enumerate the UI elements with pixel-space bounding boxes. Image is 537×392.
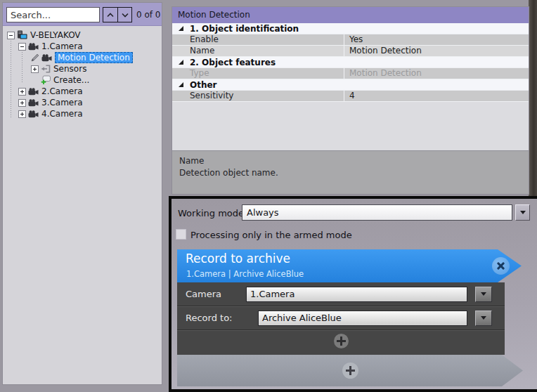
property-value[interactable]: 4 bbox=[344, 91, 529, 101]
rule-settings-panel: Working mode Always Processing only in t… bbox=[169, 196, 537, 392]
expander-minus-icon[interactable] bbox=[7, 32, 15, 39]
property-name: Sensitivity bbox=[172, 91, 344, 101]
chevron-down-icon bbox=[122, 13, 129, 18]
property-group-label: 1. Object identification bbox=[190, 24, 299, 34]
device-tree-panel: 0 of 0 V-BELYAKOV bbox=[2, 2, 162, 385]
camera-icon bbox=[28, 88, 39, 96]
tree-item-camera-3[interactable]: 3.Camera bbox=[3, 97, 162, 108]
collapse-triangle-icon[interactable] bbox=[179, 82, 183, 87]
property-value[interactable]: Motion Detection bbox=[344, 46, 529, 56]
camera-icon bbox=[28, 99, 39, 107]
working-mode-dropdown-button[interactable] bbox=[515, 204, 530, 221]
tree-item-sensors[interactable]: Sensors bbox=[3, 63, 162, 74]
create-plus-icon bbox=[41, 75, 51, 85]
property-name: Type bbox=[172, 68, 344, 79]
tree-item-label: 3.Camera bbox=[41, 98, 83, 107]
record-to-archive-banner: Record to archive 1.Camera | Archive Ali… bbox=[177, 249, 522, 282]
working-mode-combobox[interactable]: Always bbox=[242, 204, 512, 221]
dropdown-arrow-icon bbox=[481, 316, 486, 320]
record-to-combobox[interactable]: Archive AliceBlue bbox=[258, 311, 467, 326]
search-next-button[interactable] bbox=[117, 7, 132, 22]
expander-minus-icon[interactable] bbox=[18, 43, 26, 51]
action-settings-block: Camera 1.Camera Record to: Archive Alice… bbox=[177, 282, 505, 355]
search-prev-button[interactable] bbox=[103, 7, 117, 22]
tree-item-label: Sensors bbox=[53, 64, 86, 74]
camera-combobox[interactable]: 1.Camera bbox=[246, 287, 467, 302]
property-group-row[interactable]: 1. Object identification bbox=[172, 23, 529, 34]
property-row-name: Name Motion Detection bbox=[172, 46, 529, 57]
working-mode-label: Working mode bbox=[178, 208, 244, 218]
property-group-row[interactable]: 2. Object features bbox=[172, 57, 529, 68]
tree-item-label: V-BELYAKOV bbox=[30, 30, 81, 40]
device-tree: V-BELYAKOV 1.Camera bbox=[3, 26, 162, 384]
tree-item-camera-2[interactable]: 2.Camera bbox=[3, 86, 162, 97]
property-description-title: Name bbox=[179, 155, 522, 167]
tree-item-label: 2.Camera bbox=[41, 86, 83, 96]
tree-item-camera-1[interactable]: 1.Camera bbox=[3, 41, 162, 52]
add-action-plus-button[interactable] bbox=[342, 362, 358, 379]
property-row-type: Type Motion Detection bbox=[172, 68, 529, 79]
property-description: Name Detection object name. bbox=[172, 150, 529, 194]
tree-search-toolbar: 0 of 0 bbox=[3, 3, 162, 26]
collapse-triangle-icon[interactable] bbox=[179, 60, 183, 65]
tree-item-label: 4.Camera bbox=[41, 109, 83, 119]
record-to-field-row: Record to: Archive AliceBlue bbox=[177, 306, 505, 330]
camera-icon bbox=[28, 43, 39, 51]
new-action-strip bbox=[177, 355, 523, 386]
tree-item-server[interactable]: V-BELYAKOV bbox=[3, 30, 162, 41]
close-action-button[interactable] bbox=[492, 257, 510, 275]
expander-plus-icon[interactable] bbox=[18, 110, 26, 118]
tree-item-label: 1.Camera bbox=[41, 41, 83, 51]
tree-item-motion-detection[interactable]: Motion Detection bbox=[3, 52, 162, 63]
property-value: Motion Detection bbox=[344, 68, 529, 79]
record-to-label: Record to: bbox=[186, 313, 258, 323]
camera-icon bbox=[28, 110, 39, 118]
server-icon bbox=[17, 30, 27, 40]
add-parameter-row bbox=[177, 330, 505, 352]
cropped-right-edge bbox=[529, 0, 537, 196]
tree-item-camera-4[interactable]: 4.Camera bbox=[3, 108, 162, 119]
property-value[interactable]: Yes bbox=[344, 34, 529, 45]
property-group-row[interactable]: Other bbox=[172, 79, 529, 91]
property-name: Enable bbox=[172, 34, 344, 45]
property-group-label: 2. Object features bbox=[190, 58, 276, 67]
add-plus-button[interactable] bbox=[334, 334, 349, 348]
expander-plus-icon[interactable] bbox=[31, 65, 39, 73]
properties-panel-title: Motion Detection bbox=[172, 7, 529, 23]
property-name: Name bbox=[172, 46, 344, 56]
action-subtitle: 1.Camera | Archive AliceBlue bbox=[186, 269, 304, 279]
sensor-icon bbox=[41, 65, 51, 73]
camera-dropdown-button[interactable] bbox=[475, 287, 492, 302]
search-input[interactable] bbox=[6, 7, 100, 22]
chevron-up-icon bbox=[107, 13, 114, 18]
dropdown-arrow-icon bbox=[481, 292, 486, 296]
expander-plus-icon[interactable] bbox=[18, 88, 26, 96]
search-result-counter: 0 of 0 bbox=[136, 10, 160, 20]
action-title: Record to archive bbox=[186, 251, 290, 266]
properties-panel: Motion Detection 1. Object identificatio… bbox=[172, 6, 529, 195]
property-row-sensitivity: Sensitivity 4 bbox=[172, 91, 529, 102]
pencil-icon bbox=[31, 53, 39, 62]
tree-item-label: Create... bbox=[53, 75, 89, 85]
property-description-text: Detection object name. bbox=[179, 167, 522, 179]
expander-plus-icon[interactable] bbox=[18, 99, 26, 107]
record-to-dropdown-button[interactable] bbox=[475, 311, 492, 326]
camera-label: Camera bbox=[186, 289, 246, 299]
tree-item-label-selected: Motion Detection bbox=[55, 52, 133, 63]
dropdown-arrow-icon bbox=[520, 211, 526, 214]
property-group-label: Other bbox=[190, 80, 217, 90]
camera-icon bbox=[41, 54, 52, 62]
property-row-enable: Enable Yes bbox=[172, 34, 529, 46]
armed-mode-checkbox-label: Processing only in the armed mode bbox=[190, 230, 352, 240]
camera-field-row: Camera 1.Camera bbox=[177, 282, 505, 306]
property-grid: 1. Object identification Enable Yes Name… bbox=[172, 23, 529, 150]
collapse-triangle-icon[interactable] bbox=[179, 26, 183, 31]
armed-mode-checkbox[interactable] bbox=[176, 229, 186, 240]
tree-item-create[interactable]: Create... bbox=[3, 74, 162, 86]
